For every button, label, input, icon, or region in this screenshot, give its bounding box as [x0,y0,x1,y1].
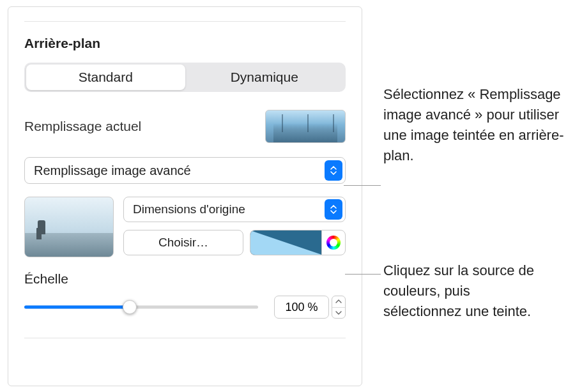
choose-row: Choisir… [123,230,346,255]
chevron-updown-icon [325,160,342,181]
current-fill-label: Remplissage actuel [24,119,141,134]
color-picker-button[interactable] [321,230,346,255]
current-fill-preview[interactable] [265,110,346,143]
fill-type-dropdown[interactable]: Remplissage image avancé [24,157,346,184]
callout-leader [345,274,381,275]
color-wheel-icon [326,236,341,250]
scale-slider[interactable] [24,299,258,315]
scale-row [24,296,346,319]
divider [24,338,346,338]
current-fill-row: Remplissage actuel [24,110,346,143]
background-inspector-panel: Arrière-plan Standard Dynamique Rempliss… [8,6,362,386]
chevron-updown-icon [325,199,342,220]
image-controls: Dimensions d'origine Choisir… [123,197,346,257]
scale-value-input[interactable] [274,296,329,319]
image-thumbnail-well[interactable] [24,197,114,257]
section-title: Arrière-plan [24,36,346,51]
tint-color-group [250,230,346,255]
callout-color-well: Cliquez sur la source de couleurs, puis … [383,260,549,322]
stepper-down[interactable] [332,308,345,319]
callout-leader [344,185,381,186]
image-scale-mode-value: Dimensions d'origine [133,202,245,216]
fill-type-value: Remplissage image avancé [34,163,191,178]
stepper-up[interactable] [332,296,345,308]
segment-dynamic[interactable]: Dynamique [185,64,344,90]
callout-fill-type: Sélectionnez « Remplissage image avancé … [383,84,565,166]
segment-standard[interactable]: Standard [26,64,185,90]
scale-stepper [274,296,346,319]
image-scale-mode-dropdown[interactable]: Dimensions d'origine [123,197,346,222]
choose-image-button[interactable]: Choisir… [123,230,243,255]
stepper-arrows [332,296,346,319]
tint-color-well[interactable] [250,230,321,255]
background-type-segmented[interactable]: Standard Dynamique [24,63,346,92]
scale-label: Échelle [24,271,346,287]
divider [24,21,346,22]
image-fill-row: Dimensions d'origine Choisir… [24,197,346,257]
